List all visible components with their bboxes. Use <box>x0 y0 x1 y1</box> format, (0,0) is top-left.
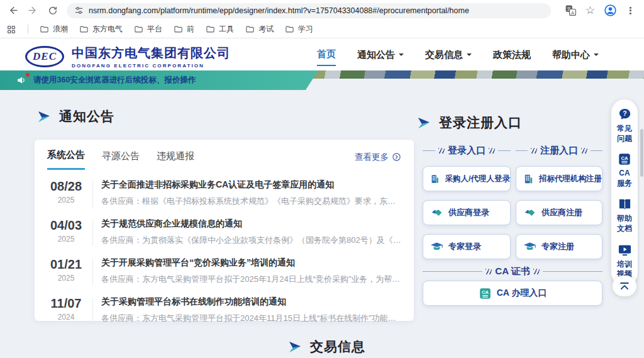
bookmark-folder[interactable]: 平台 <box>134 24 162 35</box>
tender-agency-register-button[interactable]: 招标代理机构注册 <box>516 166 602 191</box>
menu-kebab-icon[interactable]: ⋮ <box>626 6 635 15</box>
notice-title: 关于开展采购管理平台“竞价采购业务”培训的通知 <box>101 257 401 269</box>
building-icon <box>523 173 534 185</box>
bookmark-folder[interactable]: 浪潮 <box>40 24 68 35</box>
tab-violation-reports[interactable]: 违规通报 <box>157 150 194 169</box>
notice-list: 08/282025 关于全面推进非招标采购业务CA认证及电子签章应用的通知各供应… <box>35 170 414 330</box>
profile-avatar[interactable] <box>604 4 617 17</box>
announcement-ticker: 请使用360安全浏览器进行后续投标、报价操作 <box>0 70 321 90</box>
notice-summary: 各供应商：根据《电子招标投标系统技术规范》《电子采购交易规范》要求，东方电气采购… <box>101 196 401 207</box>
ticker-text: 请使用360安全浏览器进行后续投标、报价操作 <box>33 75 196 86</box>
reload-button[interactable] <box>47 4 59 17</box>
circle-chevron-right-icon <box>392 152 401 162</box>
svg-text:CA: CA <box>621 155 628 161</box>
expert-register-button[interactable]: 专家注册 <box>516 234 602 259</box>
bookmark-label: 前 <box>187 24 194 35</box>
quick-access-sidebar: ? 常见问题 CA CA服务 帮助文档 培训视频 <box>611 99 638 286</box>
bookmark-label: 东方电气 <box>92 24 123 35</box>
sidebar-item-help-docs[interactable]: 帮助文档 <box>616 197 633 233</box>
bookmark-folder[interactable]: 前 <box>174 24 194 35</box>
company-name: 中国东方电气集团有限公司 DONGFANG ELECTRIC CORPORATI… <box>72 45 230 69</box>
nav-item-home[interactable]: 首页 <box>317 43 336 66</box>
bookmark-label: 学习 <box>298 24 313 35</box>
video-screen-icon <box>618 243 632 257</box>
divider <box>92 259 93 285</box>
notice-year: 2025 <box>43 196 89 204</box>
company-name-cn: 中国东方电气集团有限公司 <box>72 45 230 62</box>
nav-item-trade-info[interactable]: 交易信息 <box>425 44 472 65</box>
bookmark-folder[interactable]: 工具 <box>206 24 234 35</box>
notice-summary: 各供应商：东方电气采购管理平台拟于2025年1月24日上线“竞价采购”业务，为帮… <box>101 274 401 285</box>
notice-summary: 各供应商：为贯彻落实《保障中小企业款项支付条例》（国务院令第802号）及《中小企… <box>101 235 401 246</box>
bookmark-label: 考试 <box>258 24 274 35</box>
section-arrow-icon <box>416 116 431 130</box>
supplier-login-button[interactable]: 供应商登录 <box>423 200 511 225</box>
back-button[interactable] <box>6 4 19 17</box>
notice-year: 2024 <box>43 313 89 322</box>
folder-icon <box>174 25 183 34</box>
tab-sourcing-notices[interactable]: 寻源公告 <box>102 150 140 169</box>
company-name-en: DONGFANG ELECTRIC CORPORATION <box>72 63 230 69</box>
notice-title: 关于全面推进非招标采购业务CA认证及电子签章应用的通知 <box>101 179 401 191</box>
list-item[interactable]: 11/072024 关于采购管理平台标书在线制作功能培训的通知各供应商：东方电气… <box>41 291 404 330</box>
scrollbar-thumb[interactable] <box>640 129 643 177</box>
list-item[interactable]: 04/032025 关于规范供应商企业规模信息的通知各供应商：为贯彻落实《保障中… <box>41 213 404 252</box>
back-to-top-button[interactable] <box>613 276 636 296</box>
ca-apply-button[interactable]: CA CA 办理入口 <box>423 281 602 306</box>
bookmark-label: 平台 <box>147 24 162 35</box>
bookmarks-bar: 浪潮 东方电气 平台 前 工具 考试 学习 <box>0 21 644 38</box>
forward-button[interactable] <box>26 4 39 17</box>
sidebar-item-training-videos[interactable]: 培训视频 <box>616 243 633 279</box>
notice-year: 2025 <box>43 274 89 282</box>
notice-summary: 各供应商：东方电气采购管理平台拟于2024年11月15日上线“标书在线制作”功能… <box>101 313 401 324</box>
bookmark-star-icon[interactable]: ☆ <box>586 5 595 16</box>
apps-grid-icon[interactable] <box>6 25 16 35</box>
question-bubble-icon: ? <box>618 107 632 121</box>
supplier-register-button[interactable]: 供应商注册 <box>516 200 602 225</box>
notice-title: 关于规范供应商企业规模信息的通知 <box>101 218 401 230</box>
ca-card-icon: CA <box>618 152 631 166</box>
section-title: 交易信息 <box>310 338 365 355</box>
dec-logo-oval: DEC <box>25 46 64 67</box>
login-entry-header: 登录入口 <box>423 145 511 157</box>
logo-text: DEC <box>33 50 57 63</box>
list-item[interactable]: 01/212025 关于开展采购管理平台“竞价采购业务”培训的通知各供应商：东方… <box>41 252 404 291</box>
folder-icon <box>206 25 215 34</box>
divider <box>92 298 93 324</box>
folder-icon <box>79 25 89 34</box>
nav-item-notices[interactable]: 通知公告 <box>357 44 404 65</box>
collapse-top-icon <box>618 280 631 293</box>
sidebar-item-ca-service[interactable]: CA CA服务 <box>616 152 633 188</box>
bookmark-folder[interactable]: 东方电气 <box>79 24 123 35</box>
nav-item-help-center[interactable]: 帮助中心 <box>552 44 599 65</box>
list-item[interactable]: 08/282025 关于全面推进非招标采购业务CA认证及电子签章应用的通知各供应… <box>41 174 404 213</box>
sidebar-item-faq[interactable]: ? 常见问题 <box>616 107 633 143</box>
notice-date: 11/07 <box>43 296 89 311</box>
speaker-icon <box>16 75 27 86</box>
bookmark-label: 浪潮 <box>53 24 68 35</box>
graduation-cap-icon <box>523 240 536 254</box>
ca-cert-header: CA 证书 <box>423 266 602 277</box>
chevron-down-icon <box>467 53 472 59</box>
bookmark-folder[interactable]: 考试 <box>245 24 274 35</box>
company-logo[interactable]: DEC 中国东方电气集团有限公司 DONGFANG ELECTRIC CORPO… <box>25 45 230 69</box>
buyer-agent-login-button[interactable]: 采购人/代理人登录 <box>423 166 511 191</box>
browser-toolbar: nsrm.dongfang.com/platform/runtime/epp/d… <box>0 0 644 21</box>
url-bar[interactable]: nsrm.dongfang.com/platform/runtime/epp/d… <box>67 3 551 18</box>
section-arrow-icon <box>287 340 302 354</box>
tab-system-notices[interactable]: 系统公告 <box>47 149 85 170</box>
section-arrow-icon <box>36 109 51 124</box>
handshake-icon <box>430 206 443 220</box>
divider <box>92 181 93 207</box>
site-info-icon[interactable] <box>74 6 84 15</box>
section-title: 通知公告 <box>59 108 114 125</box>
graduation-cap-icon <box>430 240 443 254</box>
nav-item-policies[interactable]: 政策法规 <box>493 44 531 65</box>
view-more-link[interactable]: 查看更多 <box>355 152 401 168</box>
handshake-icon <box>523 206 536 220</box>
divider <box>92 220 93 246</box>
folder-icon <box>245 25 255 34</box>
translate-icon[interactable]: 文A <box>565 4 577 16</box>
expert-login-button[interactable]: 专家登录 <box>423 234 511 259</box>
bookmark-folder[interactable]: 学习 <box>285 24 313 35</box>
